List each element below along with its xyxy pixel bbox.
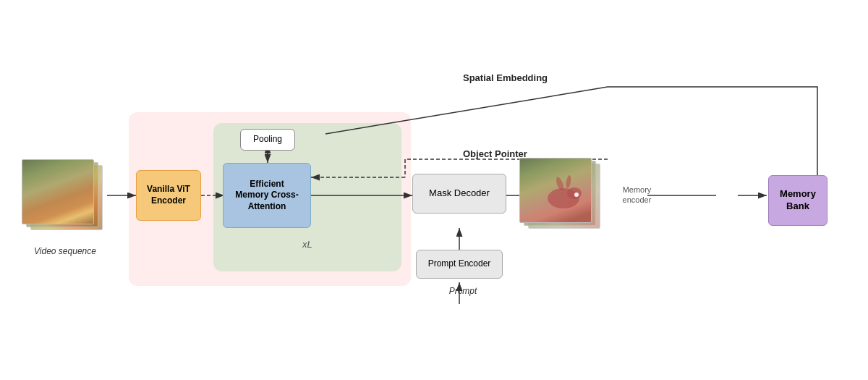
- efficient-memory-label: Efficient Memory Cross- Attention: [235, 179, 298, 213]
- output-frame-stack: [519, 158, 606, 234]
- memory-bank-label: Memory Bank: [780, 188, 816, 213]
- mask-decoder-label: Mask Decoder: [429, 187, 490, 200]
- svg-point-16: [574, 193, 579, 197]
- svg-point-18: [565, 175, 571, 189]
- spatial-embedding-label: Spatial Embedding: [463, 72, 548, 83]
- diagram-container: Video sequence Vanilla ViT Encoder Effic…: [0, 0, 868, 380]
- prompt-label: Prompt: [434, 286, 492, 296]
- vanilla-vit-label: Vanilla ViT Encoder: [147, 184, 190, 206]
- mask-decoder-box: Mask Decoder: [412, 174, 506, 214]
- prompt-encoder-box: Prompt Encoder: [416, 250, 503, 279]
- vanilla-vit-box: Vanilla ViT Encoder: [136, 170, 201, 221]
- efficient-memory-box: Efficient Memory Cross- Attention: [223, 163, 311, 228]
- object-pointer-label: Object Pointer: [463, 148, 527, 159]
- video-sequence-label: Video sequence: [22, 246, 109, 256]
- prompt-encoder-label: Prompt Encoder: [428, 258, 491, 270]
- video-sequence-stack: [22, 159, 109, 239]
- xl-label: xL: [302, 239, 312, 250]
- pooling-box: Pooling: [240, 129, 295, 151]
- pooling-label: Pooling: [253, 134, 282, 145]
- memory-bank-box: Memory Bank: [768, 175, 827, 226]
- svg-point-15: [567, 187, 582, 199]
- memory-encoder-label: Memory encoder: [613, 185, 660, 206]
